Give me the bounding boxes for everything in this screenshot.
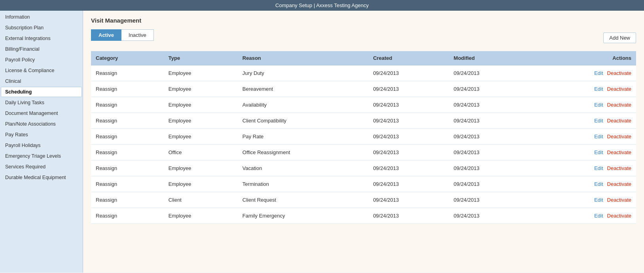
cell-actions: EditDeactivate: [530, 208, 636, 224]
sidebar-item-services-required[interactable]: Services Required: [1, 162, 82, 172]
sidebar-item-payroll-policy[interactable]: Payroll Policy: [1, 55, 82, 65]
cell-created: 09/24/2013: [368, 129, 449, 145]
sidebar-item-license-compliance[interactable]: License & Compliance: [1, 65, 82, 76]
tab-inactive[interactable]: Inactive: [121, 29, 154, 41]
sidebar-item-billing-financial[interactable]: Billing/Financial: [1, 44, 82, 54]
cell-actions: EditDeactivate: [530, 113, 636, 129]
sidebar-item-scheduling[interactable]: Scheduling: [1, 87, 82, 97]
sidebar-item-document-management[interactable]: Document Management: [1, 108, 82, 118]
deactivate-link[interactable]: Deactivate: [607, 118, 631, 124]
cell-reason: Pay Rate: [238, 129, 368, 145]
cell-reason: Availability: [238, 97, 368, 113]
sidebar-item-subscription-plan[interactable]: Subscription Plan: [1, 23, 82, 33]
edit-link[interactable]: Edit: [594, 213, 603, 219]
deactivate-link[interactable]: Deactivate: [607, 181, 631, 187]
sidebar: InformationSubscription PlanExternal Int…: [0, 11, 83, 273]
table-row: ReassignEmployeeVacation09/24/201309/24/…: [91, 160, 636, 176]
sidebar-item-external-integrations[interactable]: External Integrations: [1, 33, 82, 44]
deactivate-link[interactable]: Deactivate: [607, 86, 631, 92]
deactivate-link[interactable]: Deactivate: [607, 197, 631, 203]
deactivate-link[interactable]: Deactivate: [607, 134, 631, 139]
cell-type: Employee: [164, 81, 238, 97]
deactivate-link[interactable]: Deactivate: [607, 102, 631, 108]
table-body: ReassignEmployeeJury Duty09/24/201309/24…: [91, 65, 636, 224]
visit-management-table: Category Type Reason Created Modified Ac…: [91, 51, 636, 224]
table-row: ReassignEmployeeTermination09/24/201309/…: [91, 176, 636, 192]
cell-type: Employee: [164, 208, 238, 224]
cell-category: Reassign: [91, 192, 164, 208]
top-bar-title: Company Setup | Axxess Testing Agency: [275, 2, 369, 8]
cell-modified: 09/24/2013: [449, 208, 530, 224]
cell-actions: EditDeactivate: [530, 65, 636, 81]
col-header-actions: Actions: [530, 51, 636, 65]
cell-category: Reassign: [91, 145, 164, 160]
edit-link[interactable]: Edit: [594, 86, 603, 92]
tab-bar: Active Inactive: [91, 29, 154, 41]
cell-modified: 09/24/2013: [449, 176, 530, 192]
sidebar-item-daily-living-tasks[interactable]: Daily Living Tasks: [1, 97, 82, 108]
cell-category: Reassign: [91, 81, 164, 97]
edit-link[interactable]: Edit: [594, 181, 603, 187]
sidebar-item-payroll-holidays[interactable]: Payroll Holidays: [1, 140, 82, 151]
edit-link[interactable]: Edit: [594, 197, 603, 203]
edit-link[interactable]: Edit: [594, 70, 603, 76]
edit-link[interactable]: Edit: [594, 102, 603, 108]
cell-category: Reassign: [91, 113, 164, 129]
cell-category: Reassign: [91, 160, 164, 176]
cell-modified: 09/24/2013: [449, 113, 530, 129]
edit-link[interactable]: Edit: [594, 134, 603, 139]
cell-reason: Client Compatibility: [238, 113, 368, 129]
edit-link[interactable]: Edit: [594, 149, 603, 155]
cell-reason: Family Emergency: [238, 208, 368, 224]
cell-type: Office: [164, 145, 238, 160]
col-header-created: Created: [368, 51, 449, 65]
deactivate-link[interactable]: Deactivate: [607, 213, 631, 219]
cell-created: 09/24/2013: [368, 208, 449, 224]
table-row: ReassignEmployeeJury Duty09/24/201309/24…: [91, 65, 636, 81]
cell-category: Reassign: [91, 97, 164, 113]
cell-created: 09/24/2013: [368, 65, 449, 81]
sidebar-item-durable-medical-equipment[interactable]: Durable Medical Equipment: [1, 172, 82, 183]
col-header-reason: Reason: [238, 51, 368, 65]
cell-created: 09/24/2013: [368, 176, 449, 192]
cell-actions: EditDeactivate: [530, 129, 636, 145]
cell-reason: Termination: [238, 176, 368, 192]
cell-actions: EditDeactivate: [530, 81, 636, 97]
cell-reason: Vacation: [238, 160, 368, 176]
cell-created: 09/24/2013: [368, 81, 449, 97]
sidebar-item-information[interactable]: Information: [1, 12, 82, 22]
col-header-type: Type: [164, 51, 238, 65]
cell-actions: EditDeactivate: [530, 192, 636, 208]
table-row: ReassignEmployeeFamily Emergency09/24/20…: [91, 208, 636, 224]
table-header: Category Type Reason Created Modified Ac…: [91, 51, 636, 65]
cell-actions: EditDeactivate: [530, 97, 636, 113]
sidebar-item-clinical[interactable]: Clinical: [1, 76, 82, 86]
cell-reason: Office Reassignment: [238, 145, 368, 160]
deactivate-link[interactable]: Deactivate: [607, 165, 631, 171]
cell-modified: 09/24/2013: [449, 129, 530, 145]
sidebar-item-pay-rates[interactable]: Pay Rates: [1, 130, 82, 140]
cell-category: Reassign: [91, 65, 164, 81]
edit-link[interactable]: Edit: [594, 118, 603, 124]
table-row: ReassignClientClient Request09/24/201309…: [91, 192, 636, 208]
col-header-category: Category: [91, 51, 164, 65]
cell-reason: Jury Duty: [238, 65, 368, 81]
sidebar-item-emergency-triage-levels[interactable]: Emergency Triage Levels: [1, 151, 82, 161]
table-row: ReassignEmployeePay Rate09/24/201309/24/…: [91, 129, 636, 145]
cell-type: Employee: [164, 160, 238, 176]
cell-modified: 09/24/2013: [449, 145, 530, 160]
deactivate-link[interactable]: Deactivate: [607, 70, 631, 76]
col-header-modified: Modified: [449, 51, 530, 65]
tab-active[interactable]: Active: [91, 29, 121, 41]
add-new-button[interactable]: Add New: [603, 32, 636, 43]
cell-modified: 09/24/2013: [449, 192, 530, 208]
cell-modified: 09/24/2013: [449, 81, 530, 97]
table-row: ReassignOfficeOffice Reassignment09/24/2…: [91, 145, 636, 160]
sidebar-item-plan-note-associations[interactable]: Plan/Note Associations: [1, 119, 82, 129]
cell-modified: 09/24/2013: [449, 97, 530, 113]
deactivate-link[interactable]: Deactivate: [607, 149, 631, 155]
edit-link[interactable]: Edit: [594, 165, 603, 171]
top-bar: Company Setup | Axxess Testing Agency: [0, 0, 644, 11]
cell-type: Employee: [164, 113, 238, 129]
cell-actions: EditDeactivate: [530, 176, 636, 192]
